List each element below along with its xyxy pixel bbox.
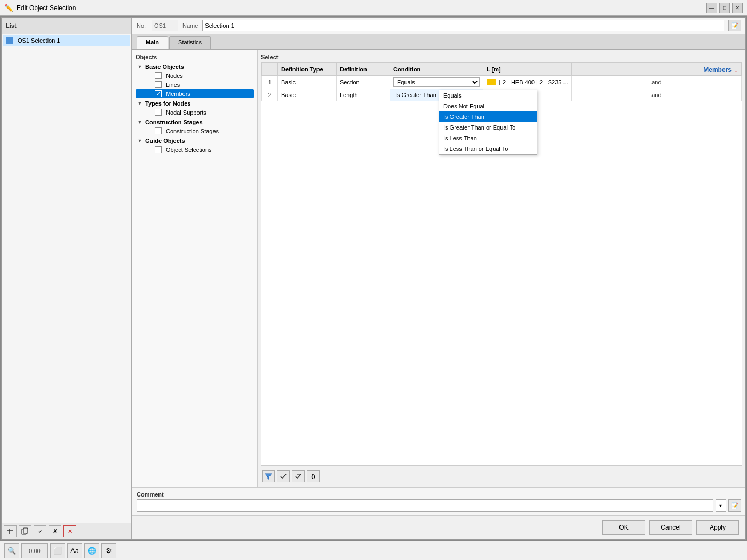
comment-input[interactable] xyxy=(137,499,713,512)
check-all-button[interactable] xyxy=(292,470,305,482)
tree-group-guide-label: Guide Objects xyxy=(145,138,185,144)
tree-nodes-label: Nodes xyxy=(166,73,183,79)
tree-group-guide[interactable]: ▼ Guide Objects xyxy=(136,137,254,145)
selection-box-button[interactable]: ⬜ xyxy=(50,543,65,558)
dropdown-item-not-equal[interactable]: Does Not Equal xyxy=(439,101,537,111)
col-condition: Condition xyxy=(390,63,483,76)
globe-icon-button[interactable]: 🌐 xyxy=(84,543,99,558)
row1-no: 1 xyxy=(262,76,278,89)
row2-definition: Length xyxy=(337,89,390,101)
tree-group-types-label: Types for Nodes xyxy=(145,100,190,107)
copy-list-button[interactable] xyxy=(19,525,31,537)
dropdown-item-equals[interactable]: Equals xyxy=(439,90,537,101)
tree-item-construction-stages[interactable]: Construction Stages xyxy=(136,126,254,135)
expander-types-icon: ▼ xyxy=(136,101,144,106)
ok-button[interactable]: OK xyxy=(602,520,645,535)
section-icon: Ⅰ xyxy=(498,78,500,86)
tree-construction-label: Construction Stages xyxy=(166,128,219,134)
minimize-button[interactable]: — xyxy=(706,3,717,13)
tree-lines-label: Lines xyxy=(166,82,180,88)
row1-def-type: Basic xyxy=(278,76,337,89)
comment-edit-button[interactable]: 📝 xyxy=(728,499,741,512)
coordinate-display: 0.00 xyxy=(21,543,48,558)
tree-item-lines[interactable]: Lines xyxy=(136,80,254,89)
tree-group-basic-label: Basic Objects xyxy=(145,63,184,70)
row2-no: 2 xyxy=(262,89,278,101)
uncheck-button[interactable]: ✗ xyxy=(49,525,61,537)
expander-construction-icon: ▼ xyxy=(136,119,144,125)
search-icon-button[interactable]: 🔍 xyxy=(4,543,19,558)
checkbox-construction[interactable] xyxy=(155,127,162,134)
close-button[interactable]: ✕ xyxy=(732,3,743,13)
row1-value: Ⅰ 2 - HEB 400 | 2 - S235 ... xyxy=(483,76,572,89)
tree-item-nodes[interactable]: Nodes xyxy=(136,71,254,80)
list-item-label: OS1 Selection 1 xyxy=(18,37,60,44)
dropdown-item-greater-than[interactable]: Is Greater Than xyxy=(439,111,537,122)
svg-rect-0 xyxy=(6,527,14,535)
expander-guide-icon: ▼ xyxy=(136,138,144,143)
members-down-arrow-icon: ↓ xyxy=(734,65,738,74)
row2-def-type: Basic xyxy=(278,89,337,101)
objects-header: Objects xyxy=(136,53,254,62)
name-edit-button[interactable]: 📝 xyxy=(728,20,741,31)
text-tool-button[interactable]: Aa xyxy=(67,543,82,558)
checkbox-nodal[interactable] xyxy=(155,109,162,116)
comment-label: Comment xyxy=(137,491,741,498)
tree-group-basic[interactable]: ▼ Basic Objects xyxy=(136,62,254,71)
maximize-button[interactable]: □ xyxy=(719,3,730,13)
tab-statistics[interactable]: Statistics xyxy=(169,36,211,49)
row1-condition[interactable]: Equals Does Not Equal Is Greater Than Is… xyxy=(390,76,483,89)
condition-dropdown[interactable]: Equals Does Not Equal Is Greater Than Is… xyxy=(439,90,537,155)
settings-icon-button[interactable]: ⚙ xyxy=(101,543,116,558)
section-color-block xyxy=(487,79,496,85)
svg-rect-2 xyxy=(23,528,28,533)
row1-condition-select[interactable]: Equals Does Not Equal Is Greater Than Is… xyxy=(393,77,480,87)
dropdown-item-greater-equal[interactable]: Is Greater Than or Equal To xyxy=(439,122,537,133)
dropdown-item-less-equal[interactable]: Is Less Than or Equal To xyxy=(439,143,537,154)
tree-item-object-selections[interactable]: Object Selections xyxy=(136,145,254,154)
select-header: Select xyxy=(261,53,742,62)
tree-guide-label: Object Selections xyxy=(166,147,212,153)
row1-definition: Section xyxy=(337,76,390,89)
dropdown-item-less-than[interactable]: Is Less Than xyxy=(439,133,537,143)
col-l: L [m] xyxy=(483,63,572,76)
tree-item-members[interactable]: ✓ Members xyxy=(136,89,254,98)
formula-button[interactable]: () xyxy=(307,470,320,482)
window-icon: ✏️ xyxy=(4,4,13,12)
tree-nodal-label: Nodal Supports xyxy=(166,109,206,116)
checkbox-lines[interactable] xyxy=(155,81,162,88)
cancel-button[interactable]: Cancel xyxy=(649,520,692,535)
table-row: 1 Basic Section Equals Does Not Equal Is… xyxy=(262,76,742,89)
list-header-label: List xyxy=(6,22,17,29)
apply-button[interactable]: Apply xyxy=(696,520,739,535)
check-selected-button[interactable] xyxy=(277,470,290,482)
col-definition: Definition xyxy=(337,63,390,76)
comment-dropdown-button[interactable]: ▼ xyxy=(716,499,726,512)
no-field[interactable] xyxy=(152,20,178,31)
row2-and: and xyxy=(571,89,741,101)
expander-basic-icon: ▼ xyxy=(136,64,144,69)
add-list-button[interactable] xyxy=(4,525,17,537)
checkbox-guide[interactable] xyxy=(155,146,162,153)
checkbox-nodes[interactable] xyxy=(155,72,162,79)
row1-value-text: 2 - HEB 400 | 2 - S235 ... xyxy=(503,79,568,85)
col-def-type: Definition Type xyxy=(278,63,337,76)
name-field[interactable] xyxy=(202,20,724,31)
delete-list-button[interactable]: ✕ xyxy=(63,525,76,537)
list-item[interactable]: OS1 Selection 1 xyxy=(3,35,130,46)
tree-group-construction-label: Construction Stages xyxy=(145,119,203,125)
filter-button[interactable] xyxy=(262,470,275,482)
checkbox-members[interactable]: ✓ xyxy=(155,90,162,97)
tree-item-nodal-supports[interactable]: Nodal Supports xyxy=(136,108,254,117)
row1-and: and xyxy=(571,76,741,89)
name-label: Name xyxy=(182,22,198,29)
no-label: No. xyxy=(137,22,147,29)
title-bar: ✏️ Edit Object Selection — □ ✕ xyxy=(0,0,747,16)
list-item-color-icon xyxy=(6,37,13,44)
checkmarks-button[interactable]: ✓ xyxy=(34,525,46,537)
tree-group-construction[interactable]: ▼ Construction Stages xyxy=(136,118,254,126)
col-members: Members ↓ xyxy=(571,63,741,76)
tree-group-types[interactable]: ▼ Types for Nodes xyxy=(136,99,254,108)
col-no xyxy=(262,63,278,76)
tab-main[interactable]: Main xyxy=(137,36,168,49)
